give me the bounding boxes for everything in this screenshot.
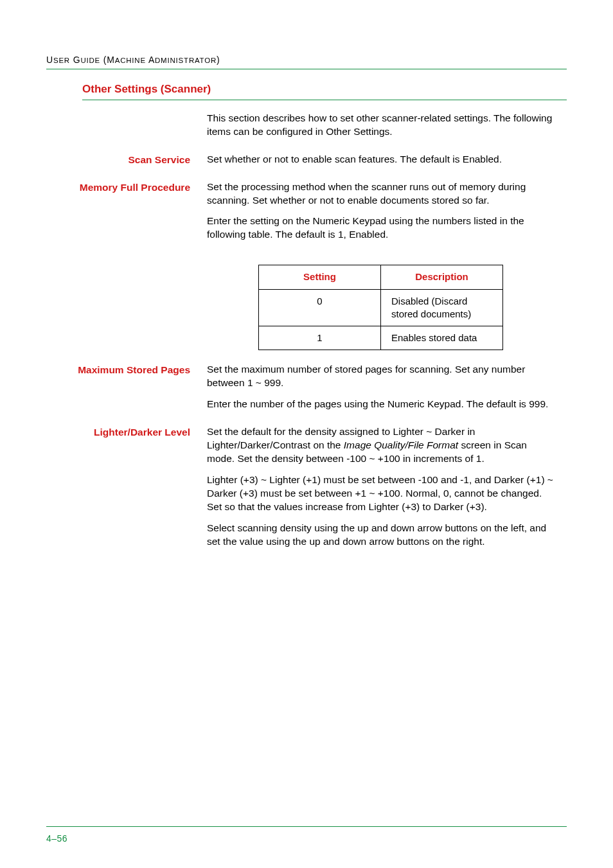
table-cell-description: Enables stored data	[381, 326, 503, 350]
scan-service-text: Set whether or not to enable scan featur…	[207, 153, 554, 166]
running-header: USER GUIDE (MACHINE ADMINISTRATOR)	[46, 54, 567, 66]
table-cell-setting: 0	[259, 289, 381, 326]
lighter-darker-p2: Lighter (+3) ~ Lighter (+1) must be set …	[207, 474, 554, 514]
header-char: M	[107, 55, 114, 65]
memory-full-label: Memory Full Procedure	[46, 181, 207, 195]
header-rest: ACHINE	[115, 57, 146, 64]
lighter-darker-p3: Select scanning density using the up and…	[207, 522, 554, 549]
section-title: Other Settings (Scanner)	[82, 82, 567, 97]
table-header-setting: Setting	[259, 265, 381, 289]
memory-full-body: Set the processing method when the scann…	[207, 181, 554, 250]
header-paren: )	[217, 55, 220, 65]
lighter-darker-row: Lighter/Darker Level Set the default for…	[46, 425, 567, 556]
table-header-description: Description	[381, 265, 503, 289]
lighter-darker-label: Lighter/Darker Level	[46, 425, 207, 439]
intro-text: This section describes how to set other …	[207, 112, 554, 139]
footer-rule	[46, 826, 567, 827]
max-pages-body: Set the maximum number of stored pages f…	[207, 363, 554, 419]
header-rule	[46, 69, 567, 69]
table-cell-description: Disabled (Discard stored documents)	[381, 289, 503, 326]
max-pages-row: Maximum Stored Pages Set the maximum num…	[46, 363, 567, 419]
memory-full-p2: Enter the setting on the Numeric Keypad …	[207, 215, 554, 242]
table-cell-setting: 1	[259, 326, 381, 350]
section-rule	[82, 100, 567, 100]
lighter-darker-body: Set the default for the density assigned…	[207, 425, 554, 556]
lighter-darker-p1: Set the default for the density assigned…	[207, 425, 554, 466]
table-row: 1 Enables stored data	[259, 326, 503, 350]
table-header-row: Setting Description	[259, 265, 503, 289]
header-rest: DMINISTRATOR	[155, 57, 217, 64]
page-number: 4–56	[46, 833, 67, 845]
header-rest: UIDE	[80, 57, 100, 64]
max-pages-p2: Enter the number of the pages using the …	[207, 398, 554, 411]
scan-service-row: Scan Service Set whether or not to enabl…	[46, 153, 567, 174]
header-char: U	[46, 55, 53, 65]
header-rest: SER	[53, 57, 70, 64]
header-char: G	[73, 55, 81, 65]
intro-row: This section describes how to set other …	[46, 112, 567, 146]
max-pages-p1: Set the maximum number of stored pages f…	[207, 363, 554, 390]
settings-table: Setting Description 0 Disabled (Discard …	[258, 265, 503, 350]
scan-service-label: Scan Service	[46, 153, 207, 167]
max-pages-label: Maximum Stored Pages	[46, 363, 207, 377]
memory-full-row: Memory Full Procedure Set the processing…	[46, 181, 567, 250]
text-italic: Image Quality/File Format	[344, 439, 458, 450]
table-row: 0 Disabled (Discard stored documents)	[259, 289, 503, 326]
side-label-empty	[46, 112, 207, 112]
header-char: A	[148, 55, 155, 65]
memory-full-p1: Set the processing method when the scann…	[207, 181, 554, 208]
header-paren: (	[100, 55, 107, 65]
